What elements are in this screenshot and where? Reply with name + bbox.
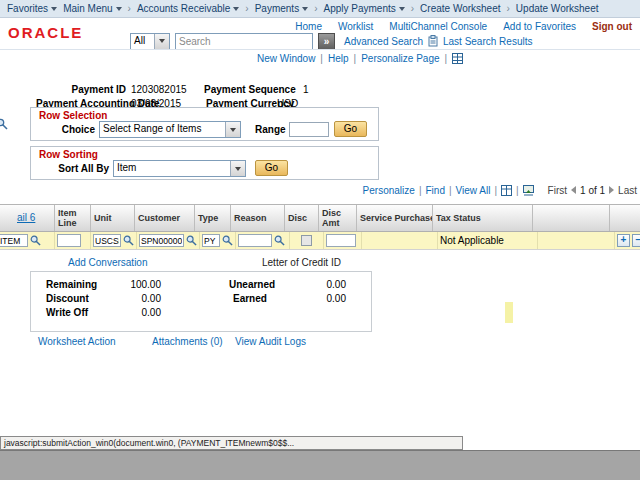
col-header-unit: Unit bbox=[91, 205, 135, 231]
toolbar-separator: | bbox=[494, 185, 497, 196]
grid-row-position: 1 of 1 bbox=[580, 185, 605, 196]
reason-input[interactable] bbox=[238, 234, 272, 247]
item-line-cell bbox=[55, 232, 91, 249]
search-scope-select[interactable]: All bbox=[130, 33, 170, 50]
lookup-icon[interactable] bbox=[0, 118, 8, 130]
item-cell bbox=[0, 232, 55, 249]
breadcrumb-label: Payments bbox=[255, 3, 299, 14]
item-line-input[interactable] bbox=[57, 234, 81, 247]
bottom-gray-band bbox=[0, 450, 640, 480]
remaining-label: Remaining bbox=[46, 279, 97, 290]
choice-value: Select Range of Items bbox=[100, 122, 225, 137]
search-go-button[interactable]: » bbox=[318, 33, 335, 50]
select-arrow-icon bbox=[154, 34, 169, 49]
breadcrumb-create-worksheet[interactable]: Create Worksheet bbox=[420, 3, 500, 14]
disc-amt-input[interactable] bbox=[326, 234, 356, 247]
sort-all-by-label: Sort All By bbox=[49, 163, 109, 174]
breadcrumb-update-worksheet[interactable]: Update Worksheet bbox=[516, 3, 599, 14]
grid-toolbar: Personalize | Find | View All | | First … bbox=[363, 183, 637, 197]
range-input[interactable] bbox=[289, 122, 329, 137]
col-header-disc: Disc bbox=[285, 205, 319, 231]
breadcrumb-main-menu[interactable]: Main Menu bbox=[63, 3, 121, 14]
find-link[interactable]: Find bbox=[425, 185, 444, 196]
remove-row-button[interactable]: − bbox=[632, 234, 640, 247]
search-scope-value: All bbox=[131, 34, 154, 49]
dropdown-caret-icon bbox=[116, 7, 122, 11]
first-link[interactable]: First bbox=[548, 185, 567, 196]
breadcrumb-label: Create Worksheet bbox=[420, 3, 500, 14]
global-search-bar: All » Advanced Search Last Search Result… bbox=[130, 32, 532, 50]
sort-all-by-select[interactable]: Item bbox=[113, 160, 246, 177]
lookup-icon[interactable] bbox=[222, 235, 233, 246]
add-conversation-link[interactable]: Add Conversation bbox=[68, 257, 148, 268]
peoplesoft-update-worksheet-page: Favorites Main Menu › Accounts Receivabl… bbox=[0, 0, 640, 480]
discount-value: 0.00 bbox=[91, 293, 161, 304]
attachments-link[interactable]: Attachments (0) bbox=[152, 336, 223, 347]
view-all-link[interactable]: View All bbox=[456, 185, 491, 196]
personalize-page-link[interactable]: Personalize Page bbox=[361, 53, 439, 64]
lookup-icon[interactable] bbox=[30, 235, 41, 246]
pagebar-separator: | bbox=[445, 53, 448, 64]
col-header-service-purchase-id: Service Purchase ID bbox=[357, 205, 433, 231]
tax-status-cell: Not Applicable bbox=[438, 232, 538, 249]
add-row-button[interactable]: + bbox=[617, 234, 630, 247]
add-to-favorites-link[interactable]: Add to Favorites bbox=[503, 21, 576, 32]
col-header-customer: Customer bbox=[135, 205, 195, 231]
toolbar-separator: | bbox=[449, 185, 452, 196]
grid-header-row: ail 6 Item Line Unit Customer Type Reaso… bbox=[0, 204, 640, 232]
highlight-sliver bbox=[505, 302, 513, 323]
previous-row-icon[interactable] bbox=[571, 186, 576, 194]
pagebar-separator: | bbox=[354, 53, 357, 64]
reason-cell bbox=[236, 232, 290, 249]
multichannel-console-link[interactable]: MultiChannel Console bbox=[389, 21, 487, 32]
dropdown-caret-icon bbox=[51, 7, 57, 11]
download-grid-icon[interactable] bbox=[523, 185, 534, 196]
choice-select[interactable]: Select Range of Items bbox=[99, 121, 241, 138]
worklist-link[interactable]: Worklist bbox=[338, 21, 373, 32]
breadcrumb-separator: › bbox=[128, 3, 131, 14]
search-input[interactable] bbox=[175, 33, 313, 50]
lookup-icon[interactable] bbox=[274, 235, 285, 246]
advanced-search-link[interactable]: Advanced Search bbox=[344, 36, 423, 47]
next-row-icon[interactable] bbox=[609, 186, 614, 194]
unearned-value: 0.00 bbox=[276, 279, 346, 290]
view-audit-logs-link[interactable]: View Audit Logs bbox=[235, 336, 306, 347]
personalize-grid-link[interactable]: Personalize bbox=[363, 185, 415, 196]
detail-tab[interactable]: ail 6 bbox=[17, 212, 35, 224]
breadcrumb-accounts-receivable[interactable]: Accounts Receivable bbox=[137, 3, 239, 14]
breadcrumb-apply-payments[interactable]: Apply Payments bbox=[323, 3, 404, 14]
home-link[interactable]: Home bbox=[295, 21, 322, 32]
disc-cell bbox=[290, 232, 324, 249]
lookup-icon[interactable] bbox=[123, 235, 134, 246]
item-input[interactable] bbox=[0, 234, 28, 247]
last-search-results-link[interactable]: Last Search Results bbox=[443, 36, 533, 47]
remaining-value: 100.00 bbox=[91, 279, 161, 290]
breadcrumb-separator: › bbox=[245, 3, 248, 14]
col-header-blank bbox=[533, 205, 610, 231]
last-link[interactable]: Last bbox=[618, 185, 637, 196]
worksheet-action-link[interactable]: Worksheet Action bbox=[38, 336, 116, 347]
breadcrumb-label: Main Menu bbox=[63, 3, 112, 14]
zoom-grid-icon[interactable] bbox=[501, 185, 512, 196]
grid-layout-icon[interactable] bbox=[452, 53, 463, 64]
row-selection-go-button[interactable]: Go bbox=[334, 121, 367, 137]
sign-out-link[interactable]: Sign out bbox=[592, 21, 632, 32]
breadcrumb: Favorites Main Menu › Accounts Receivabl… bbox=[0, 0, 640, 18]
breadcrumb-payments[interactable]: Payments bbox=[255, 3, 308, 14]
type-input[interactable] bbox=[202, 234, 220, 247]
breadcrumb-favorites[interactable]: Favorites bbox=[7, 3, 57, 14]
lookup-icon[interactable] bbox=[186, 235, 197, 246]
letter-of-credit-label: Letter of Credit ID bbox=[262, 257, 341, 268]
discount-label: Discount bbox=[46, 293, 89, 304]
disc-checkbox[interactable] bbox=[301, 235, 312, 246]
customer-input[interactable] bbox=[139, 234, 184, 247]
new-window-link[interactable]: New Window bbox=[257, 53, 315, 64]
col-header-tax-status: Tax Status bbox=[433, 205, 533, 231]
dropdown-caret-icon bbox=[399, 7, 405, 11]
help-link[interactable]: Help bbox=[328, 53, 349, 64]
row-sorting-group: Row Sorting Sort All By Item Go bbox=[30, 146, 379, 180]
select-arrow-icon bbox=[230, 161, 245, 176]
row-sorting-go-button[interactable]: Go bbox=[255, 160, 288, 176]
unit-input[interactable] bbox=[93, 234, 121, 247]
pagebar-separator: | bbox=[320, 53, 323, 64]
